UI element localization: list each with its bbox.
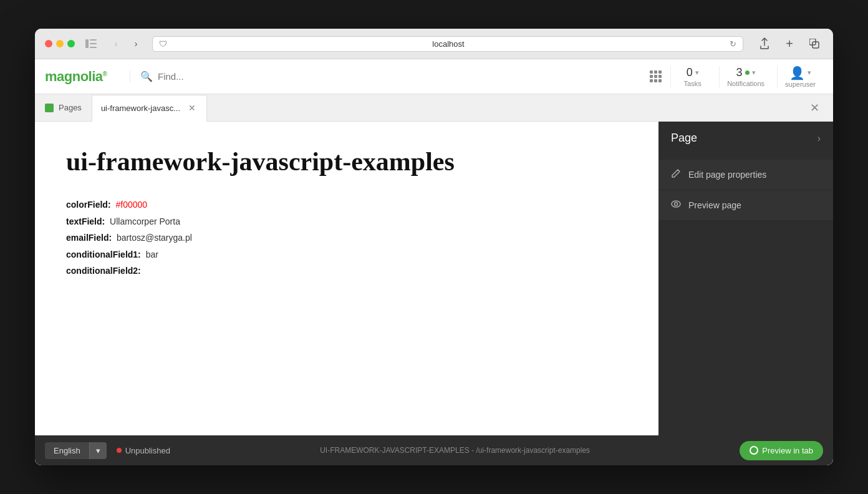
language-label: English [45, 442, 89, 459]
back-button[interactable]: ‹ [107, 35, 125, 52]
app-main: ui-framework-javascript-examples colorFi… [35, 122, 833, 435]
tab-close-button[interactable]: ✕ [186, 102, 198, 114]
app-container: magnolia® 🔍 0 ▾ [35, 59, 833, 465]
text-field-label: textField: [66, 213, 105, 230]
tasks-item[interactable]: 0 ▾ Tasks [670, 66, 714, 87]
color-field-label: colorField: [66, 196, 111, 213]
preview-page-button[interactable]: Preview page [658, 190, 833, 221]
panel-header: Page › [658, 122, 833, 155]
traffic-lights [45, 40, 75, 47]
color-field-value: #f00000 [113, 196, 148, 213]
app-tabbar: Pages ui-framework-javasc... ✕ ✕ [35, 94, 833, 122]
svg-point-6 [672, 201, 680, 207]
field-row-text: textField: Ullamcorper Porta [66, 213, 627, 230]
app-logo: magnolia® [45, 69, 120, 85]
email-field-label: emailField: [66, 230, 112, 246]
unpublished-dot [117, 448, 122, 453]
active-tab[interactable]: ui-framework-javasc... ✕ [92, 95, 207, 122]
language-chevron-icon[interactable]: ▾ [89, 442, 107, 459]
pages-tab-label: Pages [59, 103, 82, 112]
user-label: superuser [785, 80, 816, 88]
browser-titlebar: ‹ › 🛡 localhost ↻ + [35, 29, 833, 59]
panel-title: Page [671, 132, 697, 145]
search-bar[interactable]: 🔍 [130, 70, 645, 82]
tasks-chevron-icon: ▾ [695, 69, 699, 77]
svg-rect-2 [90, 43, 97, 44]
field-row-color: colorField: #f00000 [66, 196, 627, 213]
notifications-item[interactable]: 3 ▾ Notifications [719, 66, 772, 87]
address-bar[interactable]: 🛡 localhost ↻ [152, 36, 743, 52]
tabbar-close-button[interactable]: ✕ [806, 99, 823, 117]
app-topbar: magnolia® 🔍 0 ▾ [35, 59, 833, 94]
magnolia-logo-text: magnolia® [45, 69, 107, 84]
user-menu[interactable]: 👤 ▾ superuser [777, 65, 823, 88]
notifications-count: 3 [736, 66, 743, 79]
notification-dot [745, 70, 750, 75]
field-row-email: emailField: bartosz@staryga.pl [66, 230, 627, 246]
edit-icon [671, 168, 681, 181]
status-text: Unpublished [125, 446, 170, 455]
right-panel: Page › Edit page properties [658, 122, 833, 435]
url-display: localhost [172, 39, 725, 49]
svg-rect-1 [90, 39, 97, 41]
page-content: ui-framework-javascript-examples colorFi… [35, 122, 658, 435]
preview-in-tab-button[interactable]: Preview in tab [740, 441, 823, 460]
notifications-label: Notifications [727, 80, 764, 87]
sidebar-toggle-icon[interactable] [82, 35, 100, 52]
edit-page-properties-button[interactable]: Edit page properties [658, 160, 833, 190]
svg-rect-0 [85, 39, 89, 48]
forward-button[interactable]: › [127, 35, 145, 52]
panel-actions: Edit page properties Preview page [658, 155, 833, 226]
preview-tab-label: Preview in tab [762, 446, 813, 455]
apps-grid-button[interactable] [645, 67, 665, 87]
email-field-value: bartosz@staryga.pl [114, 230, 192, 246]
pages-tab[interactable]: Pages [35, 94, 92, 121]
tasks-count: 0 [687, 66, 693, 79]
share-icon[interactable] [756, 35, 773, 52]
traffic-light-red[interactable] [45, 40, 52, 47]
page-fields: colorField: #f00000 textField: Ullamcorp… [66, 196, 627, 279]
new-tab-icon[interactable]: + [781, 35, 798, 52]
pages-tab-icon [45, 104, 54, 112]
edit-page-properties-label: Edit page properties [688, 170, 766, 180]
notifications-chevron-icon: ▾ [752, 69, 756, 77]
nav-buttons: ‹ › [107, 35, 145, 52]
page-path: UI-FRAMEWORK-JAVASCRIPT-EXAMPLES - /ui-f… [170, 446, 740, 455]
preview-page-label: Preview page [688, 200, 741, 210]
user-chevron-icon: ▾ [808, 69, 811, 77]
conditional2-field-label: conditionalField2: [66, 263, 141, 279]
security-icon: 🛡 [159, 39, 167, 49]
browser-actions: + [756, 35, 823, 52]
field-row-conditional1: conditionalField1: bar [66, 246, 627, 263]
search-input[interactable] [158, 71, 635, 82]
publish-status: Unpublished [117, 446, 170, 455]
traffic-light-green[interactable] [67, 40, 75, 47]
panel-chevron-icon[interactable]: › [817, 133, 821, 144]
conditional1-field-value: bar [143, 246, 158, 263]
browser-window: ‹ › 🛡 localhost ↻ + [35, 29, 833, 465]
text-field-value: Ullamcorper Porta [107, 213, 180, 230]
preview-icon [671, 199, 681, 211]
tasks-label: Tasks [684, 80, 702, 87]
svg-rect-3 [90, 47, 97, 48]
reload-icon[interactable]: ↻ [730, 39, 736, 49]
topbar-right: 0 ▾ Tasks 3 ▾ Notifications 👤 [645, 65, 823, 88]
field-row-conditional2: conditionalField2: [66, 263, 627, 279]
search-icon: 🔍 [140, 70, 153, 82]
app-statusbar: English ▾ Unpublished UI-FRAMEWORK-JAVAS… [35, 435, 833, 465]
language-selector[interactable]: English ▾ [45, 442, 107, 459]
page-title: ui-framework-javascript-examples [66, 147, 627, 177]
traffic-light-yellow[interactable] [56, 40, 64, 47]
tabs-icon[interactable] [806, 35, 823, 52]
svg-point-7 [675, 203, 678, 206]
preview-tab-circle-icon [750, 446, 758, 455]
conditional1-field-label: conditionalField1: [66, 246, 141, 263]
active-tab-label: ui-framework-javasc... [101, 104, 180, 113]
user-icon: 👤 [789, 65, 805, 80]
